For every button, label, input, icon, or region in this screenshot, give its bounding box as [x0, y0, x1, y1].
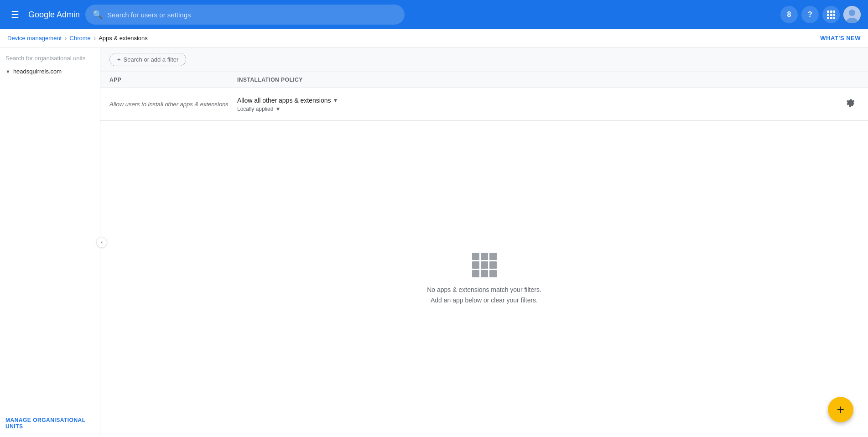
- help-badge-label: 8: [787, 10, 791, 19]
- policy-value: Allow all other apps & extensions: [237, 97, 331, 104]
- empty-state-text: No apps & extensions match your filters.…: [427, 285, 541, 305]
- svg-rect-4: [830, 14, 832, 16]
- grid-cell-5: [481, 261, 488, 269]
- gear-icon: [846, 99, 855, 108]
- nav-right-actions: 8 ?: [780, 6, 861, 23]
- svg-rect-7: [830, 17, 832, 19]
- svg-rect-3: [827, 14, 829, 16]
- org-unit-item[interactable]: ▼ headsquirrels.com: [0, 65, 100, 78]
- whats-new-link[interactable]: WHAT'S NEW: [820, 35, 861, 42]
- svg-rect-8: [833, 17, 835, 19]
- grid-cell-3: [489, 253, 497, 260]
- avatar: [843, 6, 861, 23]
- row-settings-button[interactable]: [842, 95, 859, 114]
- add-app-fab[interactable]: +: [828, 397, 853, 422]
- locally-applied-arrow-icon: ▼: [275, 106, 281, 112]
- grid-cell-6: [489, 261, 497, 269]
- breadcrumb-sep-1: ›: [64, 34, 67, 42]
- top-navigation: ☰ Google Admin 🔍 8 ?: [0, 0, 868, 29]
- grid-cell-8: [481, 270, 488, 277]
- svg-rect-6: [827, 17, 829, 19]
- add-filter-plus-icon: +: [117, 56, 121, 63]
- manage-org-units-link[interactable]: MANAGE ORGANISATIONAL UNITS: [5, 417, 100, 430]
- search-icon: 🔍: [93, 10, 103, 20]
- svg-rect-5: [833, 14, 835, 16]
- help-icon: ?: [808, 10, 812, 19]
- empty-state: No apps & extensions match your filters.…: [100, 121, 868, 437]
- svg-rect-2: [833, 10, 835, 13]
- sidebar: Search for organisational units ▼ headsq…: [0, 47, 100, 437]
- policy-cell: Allow all other apps & extensions ▼ Loca…: [237, 97, 842, 112]
- svg-rect-1: [830, 10, 832, 13]
- col-header-app: App: [109, 77, 237, 83]
- empty-state-icon: [472, 253, 497, 277]
- grid-cell-2: [481, 253, 488, 260]
- col-header-policy: Installation policy: [237, 77, 859, 83]
- help-icon-button[interactable]: ?: [801, 6, 819, 23]
- chevron-left-icon: ‹: [101, 239, 103, 245]
- sidebar-collapse-button[interactable]: ‹: [96, 237, 107, 248]
- search-input[interactable]: [107, 11, 397, 19]
- logo-text: Google Admin: [28, 10, 80, 20]
- svg-point-10: [849, 10, 855, 16]
- menu-icon[interactable]: ☰: [7, 5, 23, 24]
- table-header: App Installation policy: [100, 72, 868, 88]
- breadcrumb-sep-2: ›: [94, 34, 96, 42]
- locally-applied-status[interactable]: Locally applied ▼: [237, 106, 842, 112]
- grid-cell-7: [472, 270, 479, 277]
- app-logo: Google Admin: [28, 10, 80, 20]
- empty-line-2: Add an app below or clear your filters.: [427, 295, 541, 305]
- grid-icon: [827, 10, 835, 19]
- grid-cell-4: [472, 261, 479, 269]
- apps-grid-button[interactable]: [822, 6, 840, 23]
- search-bar[interactable]: 🔍: [85, 5, 405, 25]
- table-row: Allow users to install other apps & exte…: [100, 88, 868, 121]
- filter-bar: + Search or add a filter: [100, 47, 868, 72]
- svg-rect-0: [827, 10, 829, 13]
- app-name-cell: Allow users to install other apps & exte…: [109, 101, 237, 108]
- add-filter-label: Search or add a filter: [124, 56, 179, 63]
- expand-icon: ▼: [5, 69, 10, 74]
- help-badge-button[interactable]: 8: [780, 6, 798, 23]
- policy-dropdown-arrow-icon: ▼: [333, 97, 338, 104]
- org-unit-search-placeholder: Search for organisational units: [5, 55, 86, 62]
- breadcrumb-current: Apps & extensions: [99, 35, 148, 42]
- add-filter-button[interactable]: + Search or add a filter: [109, 53, 186, 66]
- user-avatar-button[interactable]: [843, 6, 861, 23]
- main-layout: Search for organisational units ▼ headsq…: [0, 47, 868, 437]
- fab-icon: +: [837, 402, 844, 417]
- empty-line-1: No apps & extensions match your filters.: [427, 285, 541, 295]
- org-unit-search[interactable]: Search for organisational units: [0, 51, 100, 65]
- grid-cell-1: [472, 253, 479, 260]
- org-unit-name: headsquirrels.com: [13, 68, 62, 75]
- breadcrumb-chrome[interactable]: Chrome: [70, 35, 91, 42]
- grid-cell-9: [489, 270, 497, 277]
- locally-applied-label: Locally applied: [237, 106, 273, 112]
- policy-dropdown[interactable]: Allow all other apps & extensions ▼: [237, 97, 842, 104]
- breadcrumb: Device management › Chrome › Apps & exte…: [0, 29, 868, 47]
- breadcrumb-device-management[interactable]: Device management: [7, 35, 62, 42]
- content-area: + Search or add a filter App Installatio…: [100, 47, 868, 437]
